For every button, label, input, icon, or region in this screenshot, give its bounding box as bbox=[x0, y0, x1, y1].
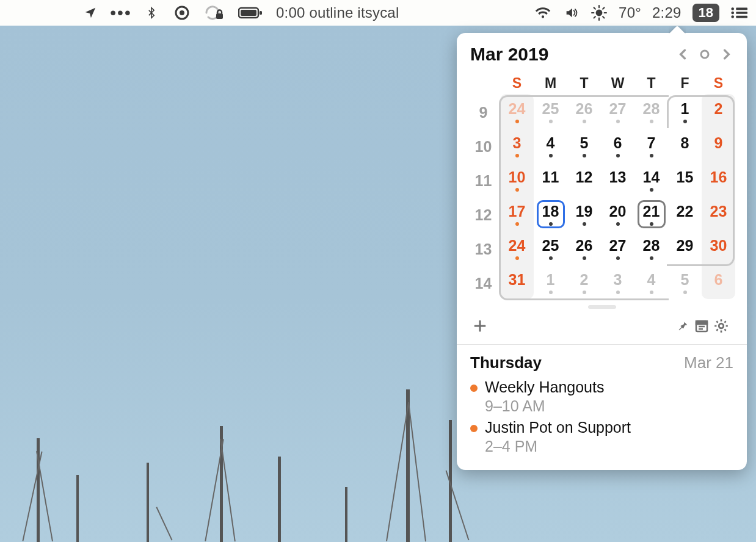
volume-icon[interactable] bbox=[562, 4, 580, 21]
day-cell[interactable]: 5 bbox=[567, 129, 601, 164]
day-number: 7 bbox=[647, 136, 656, 151]
bluetooth-icon[interactable] bbox=[143, 4, 160, 21]
day-number: 11 bbox=[542, 170, 559, 185]
sync-lock-icon[interactable] bbox=[204, 4, 225, 21]
week-number: 9 bbox=[467, 95, 500, 129]
prev-month-button[interactable] bbox=[676, 48, 689, 61]
svg-line-12 bbox=[603, 16, 604, 18]
day-cell[interactable]: 24 bbox=[500, 232, 534, 266]
day-cell[interactable]: 28 bbox=[634, 95, 668, 129]
battery-icon[interactable] bbox=[238, 4, 263, 21]
day-cell[interactable]: 7 bbox=[634, 129, 668, 164]
svg-point-1 bbox=[180, 10, 184, 15]
day-cell[interactable]: 23 bbox=[702, 198, 735, 232]
event-time: 2–4 PM bbox=[485, 438, 631, 455]
svg-line-13 bbox=[594, 16, 595, 18]
svg-line-14 bbox=[603, 8, 604, 9]
day-cell[interactable]: 2 bbox=[702, 95, 735, 129]
svg-rect-5 bbox=[260, 11, 262, 15]
day-cell[interactable]: 12 bbox=[567, 164, 601, 198]
day-cell[interactable]: 14 bbox=[634, 164, 668, 198]
pin-button[interactable] bbox=[672, 316, 692, 336]
day-cell[interactable]: 31 bbox=[500, 266, 534, 300]
event-dot bbox=[549, 154, 553, 157]
day-cell[interactable]: 13 bbox=[601, 164, 634, 198]
day-cell[interactable]: 22 bbox=[668, 198, 702, 232]
svg-point-19 bbox=[731, 15, 734, 18]
svg-point-28 bbox=[719, 323, 724, 328]
day-number: 13 bbox=[609, 170, 627, 185]
today-button[interactable] bbox=[698, 48, 711, 61]
agenda-day-name: Thursday bbox=[470, 353, 542, 372]
day-cell[interactable]: 6 bbox=[601, 129, 634, 164]
day-cell[interactable]: 17 bbox=[500, 198, 534, 232]
event-color-dot bbox=[470, 385, 478, 392]
day-cell[interactable]: 25 bbox=[534, 95, 567, 129]
now-playing-text[interactable]: 0:00 outline itsycal bbox=[276, 4, 399, 21]
day-cell[interactable]: 26 bbox=[567, 95, 601, 129]
weather-icon[interactable] bbox=[591, 4, 608, 21]
day-cell[interactable]: 4 bbox=[534, 129, 567, 164]
day-cell[interactable]: 24 bbox=[500, 95, 534, 129]
dow-header: S bbox=[500, 71, 534, 95]
day-cell[interactable]: 28 bbox=[634, 232, 668, 266]
day-cell[interactable]: 21 bbox=[634, 198, 668, 232]
svg-rect-20 bbox=[736, 16, 747, 18]
day-cell[interactable]: 26 bbox=[567, 232, 601, 266]
temperature-text[interactable]: 70° bbox=[619, 4, 641, 21]
popover-arrow bbox=[669, 26, 686, 34]
day-cell[interactable]: 20 bbox=[601, 198, 634, 232]
svg-rect-16 bbox=[736, 8, 747, 10]
day-number: 27 bbox=[609, 101, 627, 117]
day-cell[interactable]: 27 bbox=[601, 95, 634, 129]
menu-list-icon[interactable] bbox=[730, 4, 747, 21]
record-icon[interactable] bbox=[173, 4, 191, 21]
day-cell[interactable]: 3 bbox=[500, 129, 534, 164]
settings-button[interactable] bbox=[711, 316, 731, 336]
clock-text[interactable]: 2:29 bbox=[652, 4, 681, 21]
event-dot bbox=[549, 256, 553, 260]
day-cell[interactable]: 25 bbox=[534, 232, 567, 266]
next-month-button[interactable] bbox=[720, 48, 733, 61]
day-cell[interactable]: 16 bbox=[702, 164, 735, 198]
add-event-button[interactable] bbox=[470, 316, 490, 336]
week-number: 14 bbox=[467, 266, 500, 300]
day-number: 19 bbox=[576, 204, 593, 219]
week-number: 12 bbox=[467, 198, 500, 232]
day-cell[interactable]: 27 bbox=[601, 232, 634, 266]
day-cell[interactable]: 6 bbox=[702, 266, 735, 300]
svg-point-21 bbox=[701, 51, 708, 58]
day-cell[interactable]: 5 bbox=[668, 266, 702, 300]
day-cell[interactable]: 19 bbox=[567, 198, 601, 232]
day-cell[interactable]: 15 bbox=[668, 164, 702, 198]
agenda-event[interactable]: Justin Pot on Support2–4 PM bbox=[470, 419, 733, 455]
day-cell[interactable]: 2 bbox=[567, 266, 601, 300]
day-cell[interactable]: 9 bbox=[702, 129, 735, 164]
day-cell[interactable]: 1 bbox=[534, 266, 567, 300]
day-cell[interactable]: 4 bbox=[634, 266, 668, 300]
agenda-event[interactable]: Weekly Hangouts9–10 AM bbox=[470, 378, 733, 415]
event-dot bbox=[616, 256, 620, 260]
dow-header: S bbox=[702, 71, 735, 95]
month-label: Mar 2019 bbox=[470, 44, 548, 65]
day-number: 22 bbox=[677, 204, 694, 219]
day-cell[interactable]: 30 bbox=[702, 232, 735, 266]
resize-handle[interactable] bbox=[588, 305, 616, 309]
menubar-date-pill[interactable]: 18 bbox=[692, 4, 719, 22]
location-icon[interactable] bbox=[82, 4, 99, 21]
event-time: 9–10 AM bbox=[485, 397, 604, 415]
day-number: 27 bbox=[609, 238, 627, 253]
more-icon[interactable]: ••• bbox=[112, 4, 129, 21]
wifi-icon[interactable] bbox=[534, 4, 551, 21]
dow-header: T bbox=[634, 71, 668, 95]
day-cell[interactable]: 10 bbox=[500, 164, 534, 198]
day-cell[interactable]: 3 bbox=[601, 266, 634, 300]
day-cell[interactable]: 11 bbox=[534, 164, 567, 198]
calendar-app-button[interactable] bbox=[692, 316, 711, 336]
day-cell[interactable]: 1 bbox=[668, 95, 702, 129]
day-number: 6 bbox=[614, 136, 622, 151]
day-number: 1 bbox=[681, 101, 689, 117]
day-cell[interactable]: 29 bbox=[668, 232, 702, 266]
day-cell[interactable]: 8 bbox=[668, 129, 702, 164]
day-cell[interactable]: 18 bbox=[534, 198, 567, 232]
